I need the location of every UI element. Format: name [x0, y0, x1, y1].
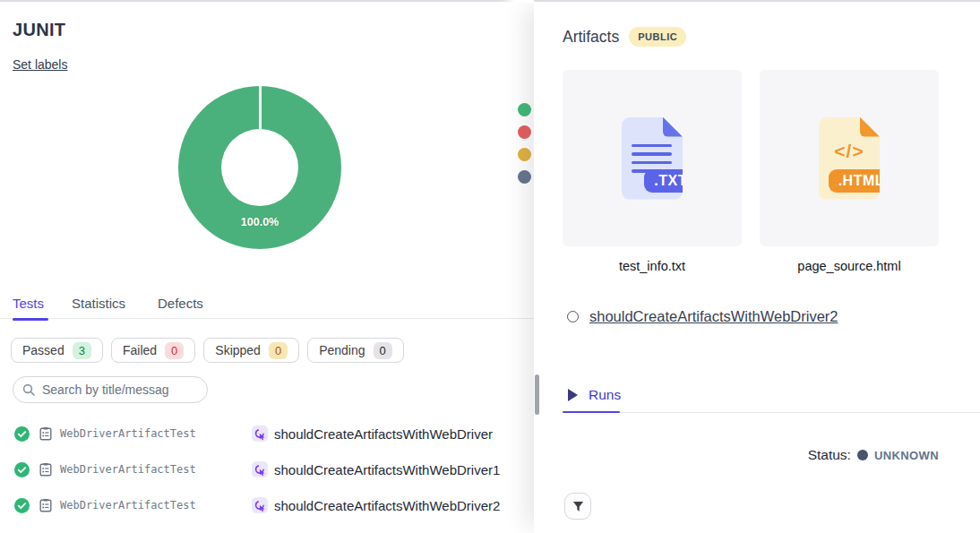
search-icon: [22, 383, 35, 396]
artifact-card-html[interactable]: </> .HTML: [760, 70, 939, 246]
test-report-screen: JUNIT Set labels 100.0% Tests Statistics…: [0, 0, 980, 533]
chip-label: Passed: [22, 343, 64, 357]
test-title-link[interactable]: shouldCreateArtifactsWithWebDriver: [274, 426, 493, 442]
status-row: Status: UNKNOWN: [808, 447, 939, 463]
legend-dot-pending: [518, 170, 531, 184]
artifact-filename: page_source.html: [760, 259, 939, 273]
page-title: JUNIT: [13, 20, 65, 40]
suite-clipboard-icon: [39, 462, 53, 477]
top-divider: [0, 0, 980, 2]
status-value: UNKNOWN: [874, 449, 939, 462]
test-title-link[interactable]: shouldCreateArtifactsWithWebDriver2: [274, 498, 500, 513]
chip-count-badge: 3: [73, 342, 91, 359]
drawer-title: Artifacts: [563, 28, 619, 47]
chip-count-badge: 0: [165, 342, 184, 359]
code-glyph: </>: [819, 141, 880, 162]
test-list: WebDriverArtifactTest shouldCreateArtifa…: [0, 416, 534, 523]
linked-test-link[interactable]: shouldCreateArtifactsWithWebDriver2: [589, 308, 838, 325]
set-labels-link[interactable]: Set labels: [13, 57, 67, 72]
linked-test-row: shouldCreateArtifactsWithWebDriver2: [567, 308, 838, 325]
test-suite-name: WebDriverArtifactTest: [60, 427, 252, 440]
runs-section-toggle[interactable]: Runs: [568, 387, 621, 403]
runs-divider: [563, 412, 980, 413]
public-badge: PUBLIC: [629, 27, 686, 47]
page-fold: [860, 117, 880, 137]
chip-count-badge: 0: [374, 342, 392, 359]
search-input[interactable]: [42, 383, 198, 397]
top-divider-gap: [502, 0, 534, 3]
test-row[interactable]: WebDriverArtifactTest shouldCreateArtifa…: [0, 487, 534, 523]
funnel-icon: [572, 501, 584, 512]
tab-statistics[interactable]: Statistics: [72, 296, 125, 311]
test-row[interactable]: WebDriverArtifactTest shouldCreateArtifa…: [0, 451, 534, 487]
filter-chip-skipped[interactable]: Skipped 0: [203, 338, 299, 363]
test-title-link[interactable]: shouldCreateArtifactsWithWebDriver1: [274, 462, 500, 477]
active-tab-indicator: [13, 318, 48, 321]
status-donut-chart: 100.0%: [178, 86, 341, 249]
report-tabs: Tests Statistics Defects: [0, 296, 534, 319]
passed-check-icon: [14, 498, 30, 513]
chip-label: Pending: [319, 343, 365, 357]
file-ext-badge: .TXT: [644, 169, 697, 193]
chip-count-badge: 0: [269, 342, 288, 359]
html-file-icon: </> .HTML: [819, 117, 880, 200]
legend-dot-failed: [518, 125, 531, 139]
legend-dot-passed: [518, 103, 531, 116]
text-lines: [632, 144, 672, 173]
vertical-scrollbar-thumb[interactable]: [535, 374, 539, 415]
open-test-icon[interactable]: [252, 497, 268, 513]
caret-right-icon: [568, 389, 578, 401]
file-ext-badge: .HTML: [829, 169, 894, 193]
txt-file-icon: .TXT: [622, 117, 683, 200]
open-test-icon[interactable]: [252, 461, 268, 477]
artifacts-drawer: Artifacts PUBLIC .TXT </> .HTML test_in: [534, 0, 980, 533]
donut-slice-gap: [259, 86, 262, 129]
status-filter-chips: Passed 3 Failed 0 Skipped 0 Pending 0: [11, 338, 404, 363]
artifact-filename: test_info.txt: [563, 259, 742, 273]
test-status-radio[interactable]: [567, 311, 579, 322]
runs-active-underline: [563, 411, 620, 414]
tab-defects[interactable]: Defects: [158, 296, 203, 311]
donut-hole: [221, 129, 298, 206]
runs-label: Runs: [589, 387, 621, 403]
legend-dot-skipped: [518, 148, 531, 161]
page-fold: [663, 117, 683, 137]
suite-clipboard-icon: [39, 498, 53, 512]
status-dot-icon: [857, 450, 868, 460]
artifact-card-txt[interactable]: .TXT: [563, 70, 742, 246]
status-label: Status:: [808, 447, 851, 463]
passed-check-icon: [14, 426, 30, 442]
drawer-header: Artifacts PUBLIC: [563, 27, 686, 47]
test-row[interactable]: WebDriverArtifactTest shouldCreateArtifa…: [0, 416, 534, 451]
open-test-icon[interactable]: [252, 426, 268, 442]
artifact-filenames: test_info.txt page_source.html: [563, 259, 939, 273]
donut-percentage-label: 100.0%: [178, 216, 341, 228]
test-suite-name: WebDriverArtifactTest: [60, 499, 252, 512]
suite-clipboard-icon: [39, 426, 53, 441]
search-box: [13, 376, 208, 403]
filter-button[interactable]: [564, 493, 591, 520]
chip-label: Skipped: [215, 343, 261, 357]
report-panel: JUNIT Set labels 100.0% Tests Statistics…: [0, 0, 534, 533]
tab-tests[interactable]: Tests: [13, 296, 44, 311]
test-suite-name: WebDriverArtifactTest: [60, 463, 252, 476]
filter-chip-pending[interactable]: Pending 0: [307, 338, 404, 363]
filter-chip-failed[interactable]: Failed 0: [111, 338, 195, 363]
artifact-cards: .TXT </> .HTML: [563, 70, 939, 246]
filter-chip-passed[interactable]: Passed 3: [11, 338, 103, 363]
chip-label: Failed: [123, 343, 157, 357]
passed-check-icon: [14, 462, 30, 477]
